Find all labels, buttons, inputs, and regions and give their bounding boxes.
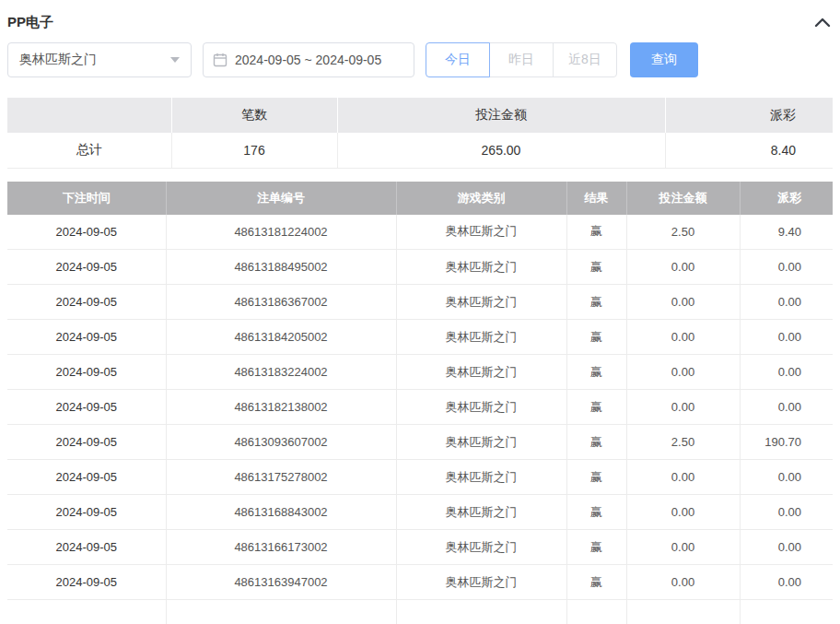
cell-order-id: 48613093607002: [166, 425, 396, 460]
cell-bet-amount: 0.00: [626, 250, 740, 285]
table-row: 2024-09-0548613163947002奥林匹斯之门赢0.000.00: [7, 565, 833, 600]
cell-game-type: 奥林匹斯之门: [396, 425, 566, 460]
cell-game-type: 奥林匹斯之门: [396, 530, 566, 565]
cell-result: 赢: [566, 215, 626, 250]
bet-records-table: 下注时间 注单编号 游戏类别 结果 投注金额 派彩 2024-09-054861…: [7, 182, 833, 624]
cell-game-type: 奥林匹斯之门: [396, 215, 566, 250]
summary-total-row: 总计 176 265.00 8.40: [7, 133, 833, 168]
cell-empty: [740, 600, 833, 624]
cell-bet-amount: 0.00: [626, 355, 740, 390]
cell-bet-amount: 0.00: [626, 565, 740, 600]
table-row: 2024-09-0548613166173002奥林匹斯之门赢0.000.00: [7, 530, 833, 565]
cell-result: 赢: [566, 285, 626, 320]
cell-empty: [626, 600, 740, 624]
cell-order-id: 48613186367002: [166, 285, 396, 320]
cell-empty: [166, 600, 396, 624]
cell-bet-amount: 0.00: [626, 530, 740, 565]
cell-bet-amount: 0.00: [626, 285, 740, 320]
cell-order-id: 48613188495002: [166, 250, 396, 285]
summary-header-payout: 派彩: [665, 98, 833, 133]
cell-result: 赢: [566, 530, 626, 565]
summary-header-empty: [7, 98, 171, 133]
header-result: 结果: [566, 182, 626, 215]
cell-bet-amount: 0.00: [626, 495, 740, 530]
cell-order-id: 48613163947002: [166, 565, 396, 600]
game-select-value: 奥林匹斯之门: [19, 52, 97, 68]
cell-payout: 190.70: [740, 425, 833, 460]
cell-bet-amount: 2.50: [626, 215, 740, 250]
today-button[interactable]: 今日: [426, 42, 490, 77]
header-game-type: 游戏类别: [396, 182, 566, 215]
chevron-down-icon: [170, 57, 180, 63]
table-row: 2024-09-0548613182138002奥林匹斯之门赢0.000.00: [7, 390, 833, 425]
summary-total-payout: 8.40: [665, 133, 833, 168]
cell-payout: 0.00: [740, 320, 833, 355]
cell-payout: 0.00: [740, 390, 833, 425]
cell-bet-time: 2024-09-05: [7, 495, 166, 530]
last-8-days-button[interactable]: 近8日: [553, 42, 617, 77]
pp-games-panel: PP电子 奥林匹斯之门 2024-09-05 ~ 2024-09-05 今日 昨…: [0, 0, 840, 624]
yesterday-button[interactable]: 昨日: [489, 42, 554, 77]
table-row: 2024-09-0548613188495002奥林匹斯之门赢0.000.00: [7, 250, 833, 285]
cell-order-id: 48613166173002: [166, 530, 396, 565]
cell-order-id: 48613184205002: [166, 320, 396, 355]
cell-bet-time: 2024-09-05: [7, 250, 166, 285]
date-range-input[interactable]: 2024-09-05 ~ 2024-09-05: [203, 42, 414, 77]
cell-payout: 0.00: [740, 495, 833, 530]
game-select[interactable]: 奥林匹斯之门: [7, 42, 192, 77]
cell-payout: 0.00: [740, 250, 833, 285]
cell-bet-time: 2024-09-05: [7, 425, 166, 460]
cell-bet-time: 2024-09-05: [7, 355, 166, 390]
collapse-panel-button[interactable]: [814, 17, 831, 28]
cell-payout: 0.00: [740, 285, 833, 320]
cell-result: 赢: [566, 355, 626, 390]
table-row: 2024-09-0548613184205002奥林匹斯之门赢0.000.00: [7, 320, 833, 355]
cell-game-type: 奥林匹斯之门: [396, 355, 566, 390]
table-row: 2024-09-0548613181224002奥林匹斯之门赢2.509.40: [7, 215, 833, 250]
summary-table: 笔数 投注金额 派彩 总计 176 265.00 8.40: [7, 98, 833, 169]
cell-bet-time: 2024-09-05: [7, 460, 166, 495]
cell-empty: [396, 600, 566, 624]
cell-order-id: 48613168843002: [166, 495, 396, 530]
summary-total-count: 176: [171, 133, 337, 168]
table-row: 2024-09-0548613168843002奥林匹斯之门赢0.000.00: [7, 495, 833, 530]
bet-table-body: 2024-09-0548613181224002奥林匹斯之门赢2.509.402…: [7, 215, 833, 624]
summary-header-row: 笔数 投注金额 派彩: [7, 98, 833, 133]
cell-bet-time: 2024-09-05: [7, 530, 166, 565]
cell-result: 赢: [566, 495, 626, 530]
header-payout: 派彩: [740, 182, 833, 215]
date-range-value: 2024-09-05 ~ 2024-09-05: [235, 53, 381, 67]
cell-result: 赢: [566, 565, 626, 600]
cell-game-type: 奥林匹斯之门: [396, 250, 566, 285]
cell-order-id: 48613181224002: [166, 215, 396, 250]
summary-total-bet: 265.00: [337, 133, 665, 168]
table-row: 2024-09-0548613186367002奥林匹斯之门赢0.000.00: [7, 285, 833, 320]
header-order-id: 注单编号: [166, 182, 396, 215]
cell-game-type: 奥林匹斯之门: [396, 460, 566, 495]
cell-order-id: 48613183224002: [166, 355, 396, 390]
cell-bet-amount: 0.00: [626, 320, 740, 355]
quick-range-button-group: 今日 昨日 近8日: [426, 42, 617, 77]
cell-bet-time: 2024-09-05: [7, 320, 166, 355]
summary-header-count: 笔数: [171, 98, 337, 133]
query-button[interactable]: 查询: [630, 42, 698, 77]
cell-game-type: 奥林匹斯之门: [396, 390, 566, 425]
cell-bet-amount: 2.50: [626, 425, 740, 460]
cell-result: 赢: [566, 250, 626, 285]
cell-payout: 9.40: [740, 215, 833, 250]
bet-table-header-row: 下注时间 注单编号 游戏类别 结果 投注金额 派彩: [7, 182, 833, 215]
cell-empty: [7, 600, 166, 624]
cell-game-type: 奥林匹斯之门: [396, 285, 566, 320]
cell-bet-time: 2024-09-05: [7, 565, 166, 600]
summary-total-label: 总计: [7, 133, 171, 168]
cell-game-type: 奥林匹斯之门: [396, 565, 566, 600]
calendar-icon: [213, 53, 228, 67]
cell-payout: 0.00: [740, 530, 833, 565]
cell-order-id: 48613175278002: [166, 460, 396, 495]
cell-result: 赢: [566, 390, 626, 425]
cell-result: 赢: [566, 460, 626, 495]
cell-empty: [566, 600, 626, 624]
table-row: 2024-09-0548613175278002奥林匹斯之门赢0.000.00: [7, 460, 833, 495]
cell-result: 赢: [566, 320, 626, 355]
summary-header-bet: 投注金额: [337, 98, 665, 133]
